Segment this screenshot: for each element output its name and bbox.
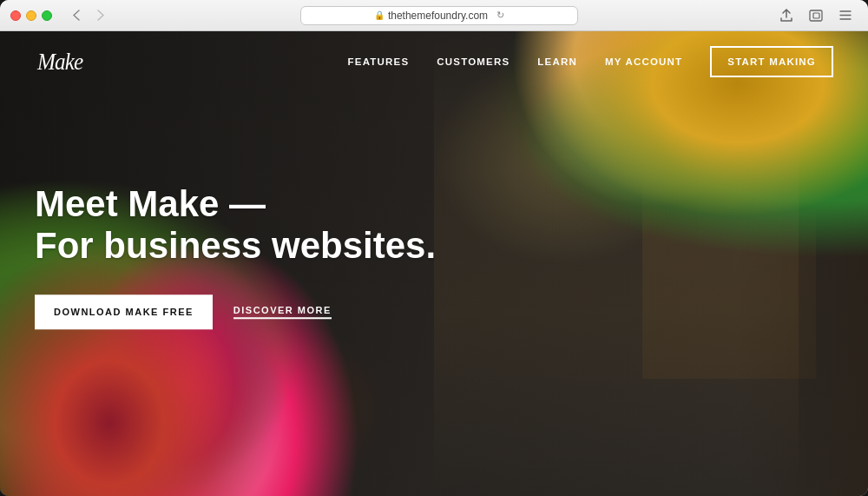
- share-icon[interactable]: [774, 6, 799, 25]
- hamburger-icon[interactable]: [833, 6, 858, 25]
- nav-my-account[interactable]: MY ACCOUNT: [605, 56, 682, 67]
- address-bar-container: 🔒 thethemefoundry.com ↻: [118, 6, 760, 25]
- address-bar[interactable]: 🔒 thethemefoundry.com ↻: [300, 6, 578, 25]
- svg-rect-1: [813, 13, 819, 18]
- lock-icon: 🔒: [374, 10, 385, 20]
- new-tab-icon[interactable]: [804, 6, 828, 25]
- download-button[interactable]: DOWNLOAD MAKE FREE: [35, 294, 213, 329]
- site-navigation: Make FEATURES CUSTOMERS LEARN MY ACCOUNT…: [0, 31, 868, 92]
- refresh-icon[interactable]: ↻: [496, 10, 504, 21]
- nav-features[interactable]: FEATURES: [348, 56, 410, 67]
- hero-buttons: DOWNLOAD MAKE FREE DISCOVER MORE: [35, 294, 436, 329]
- svg-rect-0: [810, 10, 822, 21]
- hero-headline-line1: Meet Make —: [35, 183, 266, 224]
- start-making-button[interactable]: START MAKING: [710, 46, 833, 77]
- hero-headline: Meet Make — For business websites.: [35, 183, 436, 268]
- site-wrapper: Make FEATURES CUSTOMERS LEARN MY ACCOUNT…: [0, 31, 868, 496]
- site-logo[interactable]: Make: [35, 48, 85, 76]
- nav-customers[interactable]: CUSTOMERS: [437, 56, 510, 67]
- traffic-lights: [10, 10, 52, 21]
- forward-button[interactable]: [90, 8, 111, 23]
- browser-titlebar: 🔒 thethemefoundry.com ↻: [0, 0, 868, 31]
- nav-learn[interactable]: LEARN: [537, 56, 577, 67]
- close-button[interactable]: [10, 10, 21, 21]
- browser-content: Make FEATURES CUSTOMERS LEARN MY ACCOUNT…: [0, 31, 868, 496]
- person-area: [434, 31, 799, 496]
- hero-content: Meet Make — For business websites. DOWNL…: [35, 183, 436, 330]
- toolbar-right: [774, 6, 858, 25]
- url-text: thethemefoundry.com: [388, 10, 488, 22]
- hero-headline-line2: For business websites.: [35, 225, 436, 266]
- nav-links: FEATURES CUSTOMERS LEARN MY ACCOUNT STAR…: [348, 46, 833, 77]
- nav-buttons: [66, 8, 111, 23]
- discover-more-button[interactable]: DISCOVER MORE: [233, 305, 332, 319]
- browser-window: 🔒 thethemefoundry.com ↻: [0, 0, 868, 496]
- back-button[interactable]: [66, 8, 87, 23]
- minimize-button[interactable]: [26, 10, 36, 21]
- maximize-button[interactable]: [42, 10, 52, 21]
